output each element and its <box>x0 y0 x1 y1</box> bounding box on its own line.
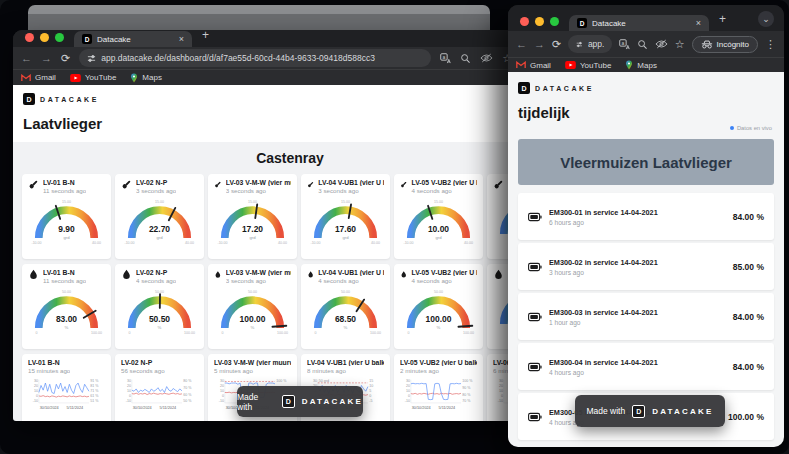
made-with-datacake-badge[interactable]: Made with D DATACAKE <box>575 395 725 427</box>
incognito-label: Incógnito <box>717 40 749 49</box>
datacake-badge-text: DATACAKE <box>302 397 363 406</box>
gauge-max-label: 40.00 <box>371 241 380 245</box>
svg-text:a: a <box>443 54 446 60</box>
device-battery-value: 84.00 % <box>733 212 764 222</box>
close-window-button[interactable] <box>520 17 529 26</box>
browser-window-incognito: D Datacake × + ⌄ ← → ⟳ app... <box>508 5 784 447</box>
gauge: 50.00 0 100.00 83.00 % <box>28 286 105 336</box>
close-window-button[interactable] <box>25 33 34 42</box>
gmail-icon <box>21 74 31 82</box>
svg-text:-10: -10 <box>126 399 131 403</box>
back-button[interactable]: ← <box>516 39 527 50</box>
new-tab-button[interactable]: + <box>202 30 209 41</box>
gauge-value: 10.00 <box>428 224 449 234</box>
gauge-card[interactable]: LV-02 N-P 4 seconds ago 50.00 0 100.00 5… <box>115 264 204 349</box>
bookmark-label: YouTube <box>580 61 611 70</box>
zoom-window-button[interactable] <box>55 33 64 42</box>
svg-text:20: 20 <box>406 384 410 388</box>
gauge-mid-label: 50.00 <box>434 290 443 294</box>
svg-text:-10: -10 <box>405 399 410 403</box>
gauge-value: 50.50 <box>149 314 170 324</box>
site-settings-icon[interactable] <box>87 54 96 63</box>
new-tab-button[interactable]: + <box>719 13 726 25</box>
gauge-min-label: 0 <box>128 331 130 335</box>
gauge-card[interactable]: LV-01 B-N 11 seconds ago 15.00 -10.00 40… <box>22 174 111 259</box>
window-controls <box>520 17 559 26</box>
tab-datacake[interactable]: D Datacake × <box>569 15 709 31</box>
bookmark-maps[interactable]: Maps <box>625 60 657 70</box>
minimize-window-button[interactable] <box>535 17 544 26</box>
x-axis-label: 30/10/2024 <box>133 406 152 410</box>
eye-off-icon[interactable] <box>480 53 493 63</box>
gauge-min-label: 0 <box>221 331 223 335</box>
close-tab-icon[interactable]: × <box>688 19 701 28</box>
forward-button[interactable]: → <box>41 53 52 64</box>
gauge-card[interactable]: LV-05 V-UB2 (vier U balk2 0-Z) 4 seconds… <box>394 264 483 349</box>
device-row[interactable]: EM300-04 in service 14-04-2021 4 hours a… <box>518 343 774 390</box>
device-battery-value: 100.00 % <box>728 412 764 422</box>
chart-card[interactable]: LV-01 B-N 15 minutes ago 3020100-1091 %8… <box>22 354 111 421</box>
minimize-window-button[interactable] <box>40 33 49 42</box>
datacake-logo[interactable]: D DATACAKE <box>518 82 774 94</box>
svg-text:20: 20 <box>220 384 224 388</box>
incognito-icon <box>701 40 713 49</box>
chart-card[interactable]: LV-05 V-UB2 (vier U balk2 0-Z) 2 minutes… <box>394 354 483 421</box>
gmail-icon <box>516 61 526 69</box>
tab-search-chevron[interactable]: ⌄ <box>758 11 774 27</box>
widget-title: LV-03 V-M-W (vier muurwest) <box>214 359 291 366</box>
widget-title: LV-05 V-UB2 (vier U balk2 0-Z) <box>411 269 477 276</box>
bookmark-youtube[interactable]: YouTube <box>565 61 611 70</box>
gauge-value: 100.00 <box>426 314 452 324</box>
reload-button[interactable]: ⟳ <box>552 39 561 50</box>
made-with-datacake-badge[interactable]: Made with D DATACAKE <box>237 386 363 417</box>
tab-title: Datacake <box>97 35 131 44</box>
humidity-icon <box>214 269 222 280</box>
bookmark-youtube[interactable]: YouTube <box>70 73 116 82</box>
gauge-min-label: -10.00 <box>217 241 227 245</box>
gauge-unit: grd <box>342 235 349 240</box>
chart-card[interactable]: LV-02 N-P 56 seconds ago 3020100-1080 %7… <box>115 354 204 421</box>
address-bar[interactable]: app.datacake.de/dashboard/d/af7ae55d-60c… <box>79 49 431 67</box>
device-row[interactable]: EM300-01 in service 14-04-2021 6 hours a… <box>518 193 774 240</box>
gauge-card[interactable]: LV-01 B-N 11 seconds ago 50.00 0 100.00 … <box>22 264 111 349</box>
gauge-unit: % <box>158 325 162 330</box>
gauge-card[interactable]: LV-03 V-M-W (vier muurwest) 3 seconds ag… <box>208 264 297 349</box>
zoom-icon[interactable] <box>460 53 471 64</box>
translate-icon[interactable]: a <box>440 53 451 64</box>
bookmark-gmail[interactable]: Gmail <box>21 73 56 82</box>
device-row[interactable]: EM300-02 in service 14-04-2021 3 hours a… <box>518 243 774 290</box>
eye-off-icon[interactable] <box>655 39 668 49</box>
tab-datacake[interactable]: D Datacake × <box>74 31 192 47</box>
gauge-card[interactable]: LV-04 V-UB1 (vier U balk1 O-N) 4 seconds… <box>301 264 390 349</box>
url-text: app... <box>588 39 604 49</box>
device-row[interactable]: EM300-03 in service 14-04-2021 1 hour ag… <box>518 293 774 340</box>
svg-text:15: 15 <box>369 379 373 383</box>
gauge-max-label: 100.00 <box>184 331 195 335</box>
close-tab-icon[interactable]: × <box>171 35 184 44</box>
widget-title: LV-02 N-P <box>136 179 176 186</box>
bookmark-maps[interactable]: Maps <box>130 73 162 83</box>
widget-timestamp: 3 seconds ago <box>136 187 176 194</box>
threshold-label: 50 grd <box>319 379 329 383</box>
back-button[interactable]: ← <box>21 53 32 64</box>
bookmark-star-icon[interactable]: ☆ <box>675 39 685 50</box>
reload-button[interactable]: ⟳ <box>61 53 70 64</box>
forward-button[interactable]: → <box>534 39 545 50</box>
widget-timestamp: 4 seconds ago <box>318 277 384 284</box>
x-axis-label: 30/10/2024 <box>40 406 59 410</box>
menu-icon[interactable]: ⋮ <box>765 39 776 50</box>
svg-text:100 %: 100 % <box>462 379 473 383</box>
gauge-card[interactable]: LV-02 N-P 3 seconds ago 15.00 -10.00 40.… <box>115 174 204 259</box>
zoom-icon[interactable] <box>637 39 648 50</box>
humidity-icon <box>121 269 132 280</box>
made-with-label: Made with <box>586 406 625 416</box>
gauge-card[interactable]: LV-05 V-UB2 (vier U balk2 0-Z) 4 seconds… <box>394 174 483 259</box>
gauge-card[interactable]: LV-03 V-M-W (vier muurwest) 3 seconds ag… <box>208 174 297 259</box>
gauge-card[interactable]: LV-04 V-UB1 (vier U balk1 O-N) 3 seconds… <box>301 174 390 259</box>
address-bar[interactable]: app... <box>568 35 611 53</box>
svg-text:30: 30 <box>313 379 317 383</box>
translate-icon[interactable]: a <box>619 39 630 50</box>
zoom-window-button[interactable] <box>550 17 559 26</box>
bookmark-gmail[interactable]: Gmail <box>516 61 551 70</box>
site-settings-icon[interactable] <box>576 40 583 49</box>
